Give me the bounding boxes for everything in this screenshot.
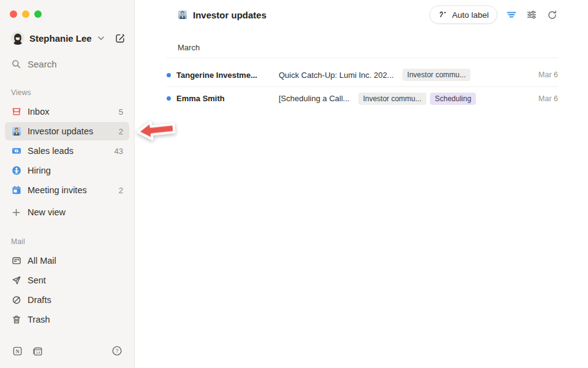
sidebar-item-drafts[interactable]: Drafts: [5, 291, 129, 309]
sidebar-item-trash[interactable]: Trash: [5, 310, 129, 329]
svg-text:N: N: [15, 348, 20, 355]
email-date: Mar 6: [538, 71, 558, 79]
email-list: Tangerine Investme... Quick Catch-Up: Lu…: [167, 58, 558, 110]
unread-dot: [167, 96, 171, 101]
banknote-icon: [11, 146, 21, 156]
sidebar-item-inbox[interactable]: Inbox 5: [5, 102, 129, 121]
sidebar-item-label: All Mail: [28, 256, 123, 266]
sidebar-item-count: 5: [119, 107, 123, 117]
help-icon[interactable]: ?: [111, 345, 123, 357]
filter-icon[interactable]: [505, 9, 518, 21]
auto-label-button[interactable]: Auto label: [429, 6, 497, 24]
email-tag[interactable]: Investor commu...: [402, 69, 470, 81]
avatar: [11, 31, 24, 45]
new-view-button[interactable]: New view: [5, 203, 129, 221]
search-label: Search: [28, 59, 57, 69]
main-panel: Investor updates Auto label: [135, 0, 588, 368]
sidebar-item-all-mail[interactable]: All Mail: [5, 251, 129, 270]
trash-icon: [11, 315, 21, 325]
sidebar-item-investor-updates[interactable]: Investor updates 2: [5, 122, 129, 140]
email-row[interactable]: Emma Smith [Scheduling a Call... Investo…: [167, 86, 558, 110]
calendar-app-icon[interactable]: 14: [31, 345, 43, 357]
email-sender: Emma Smith: [176, 94, 279, 103]
sidebar-item-label: Hiring: [28, 166, 117, 175]
close-window-button[interactable]: [10, 10, 17, 18]
calendar-icon: [11, 185, 21, 196]
refresh-icon[interactable]: [546, 9, 558, 21]
investor-icon: [11, 126, 21, 137]
compose-icon[interactable]: [115, 33, 126, 44]
sidebar-item-sent[interactable]: Sent: [5, 271, 129, 289]
sidebar-item-count: 2: [119, 186, 123, 195]
zoom-window-button[interactable]: [34, 10, 42, 18]
group-title: March: [178, 43, 200, 52]
sidebar-footer: N 14 ?: [0, 340, 134, 368]
email-row[interactable]: Tangerine Investme... Quick Catch-Up: Lu…: [167, 63, 558, 86]
sidebar-item-label: Investor updates: [28, 126, 113, 136]
email-subject: Quick Catch-Up: Lumi Inc. 202...: [279, 71, 394, 80]
sidebar-item-meeting-invites[interactable]: Meeting invites 2: [5, 181, 129, 199]
sidebar-item-count: 2: [119, 127, 123, 136]
sidebar-item-label: Sent: [28, 275, 123, 285]
views-section-label: Views: [11, 88, 134, 97]
all-mail-icon: [11, 256, 21, 266]
unread-dot: [167, 73, 171, 77]
window-controls: [0, 0, 134, 18]
list-group-header: March: [167, 29, 558, 58]
sidebar-item-label: Trash: [28, 315, 123, 324]
email-sender: Tangerine Investme...: [176, 71, 279, 80]
sidebar-item-count: 43: [115, 147, 123, 156]
svg-text:?: ?: [115, 348, 118, 354]
inbox-icon: [11, 107, 21, 117]
views-list: Inbox 5 Investor updates 2: [5, 102, 129, 221]
investor-icon: [178, 10, 187, 20]
sidebar: Stephanie Lee Search Views: [0, 0, 135, 368]
search-input[interactable]: Search: [11, 55, 126, 72]
mail-section-label: Mail: [11, 237, 134, 246]
sidebar-item-label: Sales leads: [28, 146, 108, 156]
email-date: Mar 6: [538, 94, 558, 103]
account-name[interactable]: Stephanie Lee: [29, 33, 92, 44]
drafts-icon: [11, 295, 21, 305]
plus-icon: [11, 207, 21, 218]
notion-icon[interactable]: N: [11, 345, 23, 357]
minimize-window-button[interactable]: [22, 10, 29, 18]
sidebar-item-label: Drafts: [28, 295, 123, 305]
email-tag[interactable]: Scheduling: [430, 93, 476, 105]
new-view-label: New view: [28, 207, 123, 217]
sidebar-item-sales-leads[interactable]: Sales leads 43: [5, 142, 129, 160]
sliders-icon[interactable]: [526, 9, 538, 21]
search-icon: [11, 59, 21, 69]
auto-label-label: Auto label: [452, 10, 489, 20]
svg-text:14: 14: [36, 350, 40, 354]
page-title: Investor updates: [193, 10, 266, 20]
main-header: Investor updates Auto label: [167, 0, 558, 29]
chevron-down-icon[interactable]: [98, 36, 104, 40]
person-icon: [11, 166, 21, 176]
email-tag[interactable]: Investor commu...: [358, 93, 426, 105]
email-subject: [Scheduling a Call...: [279, 94, 350, 103]
auto-label-icon: [438, 10, 448, 20]
sidebar-item-label: Meeting invites: [28, 185, 113, 195]
send-icon: [11, 275, 21, 286]
sidebar-item-hiring[interactable]: Hiring: [5, 161, 129, 180]
sidebar-item-label: Inbox: [28, 107, 113, 117]
mail-list: All Mail Sent Drafts: [5, 251, 129, 329]
